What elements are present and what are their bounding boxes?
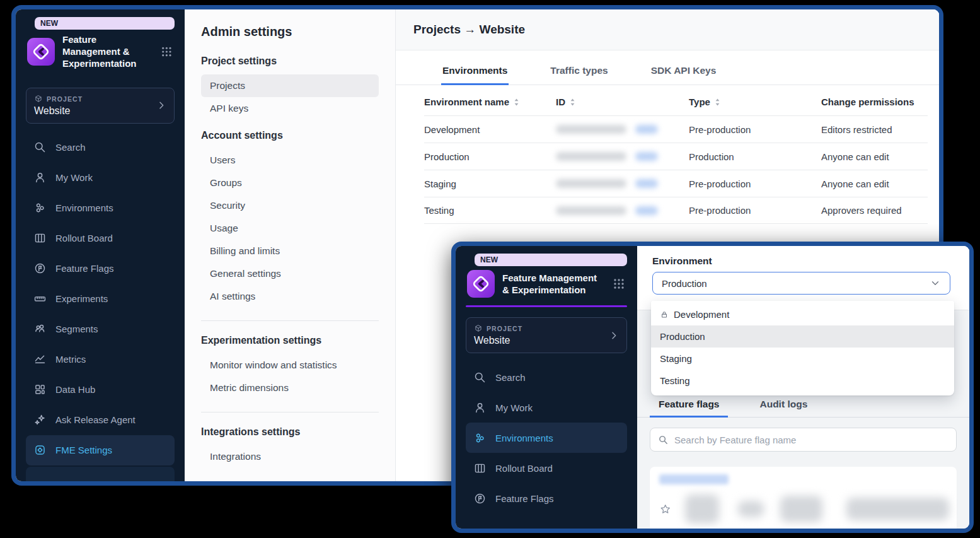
cell-permissions: Approvers required <box>821 205 928 216</box>
sidebar-item-label: Metrics <box>55 354 86 365</box>
table-row[interactable]: Production Production Anyone can edit <box>424 143 928 170</box>
app-logo-icon <box>27 38 55 66</box>
project-label: PROJECT <box>487 325 522 332</box>
project-selector[interactable]: PROJECT Website <box>466 317 627 353</box>
table-row[interactable]: Testing Pre-production Approvers require… <box>424 197 928 224</box>
admin-item-monitor-window[interactable]: Monitor window and statistics <box>201 354 379 377</box>
admin-item-ai-settings[interactable]: AI settings <box>201 285 379 308</box>
sidebar-item-label: Data Hub <box>55 384 95 395</box>
admin-item-billing[interactable]: Billing and limits <box>201 240 379 262</box>
redacted-id <box>556 125 626 134</box>
project-name: Website <box>34 105 83 117</box>
admin-item-groups[interactable]: Groups <box>201 172 379 194</box>
sidebar-item-label: FME Settings <box>55 445 112 455</box>
redacted-content <box>738 501 764 517</box>
admin-item-projects[interactable]: Projects <box>201 74 379 97</box>
accent-divider <box>466 305 627 307</box>
cube-icon <box>474 324 483 333</box>
admin-item-usage[interactable]: Usage <box>201 217 379 240</box>
star-icon[interactable] <box>659 503 671 516</box>
user-icon <box>473 401 487 414</box>
app-title: Feature Management & Experimentation <box>502 272 598 296</box>
admin-item-integrations[interactable]: Integrations <box>201 445 379 468</box>
menu-item-label: Staging <box>660 353 692 364</box>
search-input[interactable] <box>674 435 948 445</box>
divider <box>201 412 379 412</box>
search-icon <box>33 141 47 154</box>
sidebar-item-my-work[interactable]: My Work <box>26 163 175 193</box>
feature-flag-card[interactable] <box>650 467 957 529</box>
feature-flag-search[interactable] <box>650 428 957 452</box>
environment-select-value: Production <box>662 278 707 289</box>
overlay-tabs: Feature flags Audit logs <box>637 394 969 418</box>
menu-item-production[interactable]: Production <box>651 325 954 348</box>
page-header: Projects → Website <box>396 9 939 50</box>
project-selector[interactable]: PROJECT Website <box>26 88 175 124</box>
tab-audit-logs[interactable]: Audit logs <box>751 394 816 418</box>
sidebar-item-metrics[interactable]: Metrics <box>26 344 175 375</box>
admin-group-heading: Project settings <box>201 56 379 67</box>
sidebar-item-search[interactable]: Search <box>466 362 627 392</box>
sidebar-item-ask-release-agent[interactable]: Ask Release Agent <box>26 405 175 435</box>
admin-item-users[interactable]: Users <box>201 149 379 172</box>
environments-icon <box>33 201 47 214</box>
redacted-copy-link <box>635 206 658 215</box>
menu-item-staging[interactable]: Staging <box>651 348 954 370</box>
sidebar-item-partial <box>26 467 175 481</box>
apps-grid-icon[interactable] <box>160 45 173 59</box>
sort-icon[interactable] <box>714 98 721 107</box>
cell-type: Pre-production <box>689 205 821 216</box>
sidebar-item-my-work[interactable]: My Work <box>466 392 627 423</box>
cell-environment-name: Staging <box>424 178 556 189</box>
new-badge: NEW <box>35 17 175 30</box>
sidebar-item-feature-flags[interactable]: Feature Flags <box>26 254 175 284</box>
menu-item-testing[interactable]: Testing <box>651 370 954 392</box>
main-sidebar: NEW Feature Management & Experimentation <box>16 9 185 481</box>
sidebar-item-environments[interactable]: Environments <box>466 423 627 453</box>
tab-sdk-api-keys[interactable]: SDK API Keys <box>650 57 718 85</box>
column-header-change-permissions: Change permissions <box>821 96 928 107</box>
apps-grid-icon[interactable] <box>612 277 626 291</box>
sidebar-item-rollout-board[interactable]: Rollout Board <box>466 453 627 483</box>
sidebar-item-label: Search <box>495 372 526 383</box>
menu-item-development[interactable]: Development <box>651 303 954 325</box>
chevron-right-icon <box>156 100 166 110</box>
sidebar-item-label: Segments <box>55 324 98 334</box>
admin-item-security[interactable]: Security <box>201 194 379 217</box>
cell-type: Pre-production <box>689 178 821 189</box>
admin-settings-title: Admin settings <box>201 25 379 39</box>
table-row[interactable]: Staging Pre-production Anyone can edit <box>424 170 928 197</box>
sort-icon[interactable] <box>569 98 576 107</box>
sidebar-item-environments[interactable]: Environments <box>26 193 175 223</box>
project-name: Website <box>474 335 522 346</box>
sidebar-item-rollout-board[interactable]: Rollout Board <box>26 223 175 254</box>
sort-icon[interactable] <box>513 98 520 107</box>
tab-feature-flags[interactable]: Feature flags <box>650 394 728 418</box>
sidebar-item-label: My Work <box>495 402 533 413</box>
admin-item-metric-dimensions[interactable]: Metric dimensions <box>201 377 379 399</box>
overlay-window: NEW Feature Management & Experimentation <box>451 242 974 533</box>
cell-environment-name: Production <box>424 151 556 162</box>
overlay-sidebar: NEW Feature Management & Experimentation <box>456 246 637 529</box>
environments-table: Environment name ID Type Change permissi… <box>396 85 939 224</box>
column-header-environment-name: Environment name <box>424 96 556 107</box>
sidebar-item-label: Search <box>55 142 86 153</box>
tab-traffic-types[interactable]: Traffic types <box>549 57 609 85</box>
admin-item-general-settings[interactable]: General settings <box>201 262 379 285</box>
sidebar-item-label: Feature Flags <box>495 493 554 504</box>
sidebar-item-data-hub[interactable]: Data Hub <box>26 375 175 405</box>
tab-environments[interactable]: Environments <box>441 57 509 85</box>
data-hub-icon <box>33 383 47 396</box>
table-row[interactable]: Development Pre-production Editors restr… <box>424 115 928 143</box>
sidebar-item-search[interactable]: Search <box>26 132 175 163</box>
sidebar-item-feature-flags[interactable]: Feature Flags <box>466 483 627 513</box>
cell-type: Production <box>689 151 821 162</box>
admin-item-api-keys[interactable]: API keys <box>201 97 379 120</box>
redacted-copy-link <box>635 179 658 188</box>
environment-select[interactable]: Production <box>652 272 950 295</box>
page-title: Projects → Website <box>413 23 921 37</box>
sidebar-item-segments[interactable]: Segments <box>26 314 175 344</box>
sidebar-item-fme-settings[interactable]: FME Settings <box>26 435 175 465</box>
search-icon <box>658 435 669 445</box>
sidebar-item-experiments[interactable]: Experiments <box>26 284 175 314</box>
